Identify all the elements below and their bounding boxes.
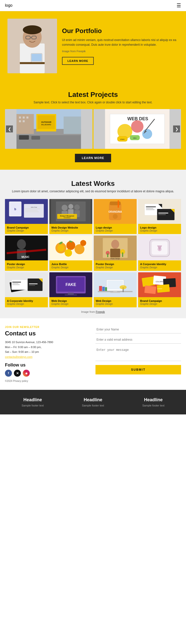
work-title-11: Web Design	[96, 299, 135, 302]
svg-text:Poster Design: Poster Design	[111, 258, 120, 260]
work-card-img-8	[138, 236, 181, 260]
work-card-9[interactable]: A Corporate Identity Graphic Design	[5, 272, 48, 307]
instagram-icon[interactable]: ◉	[23, 370, 30, 377]
carousel-left-arrow[interactable]: ❮	[6, 126, 13, 132]
twitter-icon[interactable]: ✕	[14, 370, 21, 377]
work-card-4[interactable]: Logo design Graphic Design	[138, 199, 181, 234]
svg-rect-95	[107, 254, 108, 257]
work-title-9: A Corporate Identity	[7, 299, 46, 302]
work-title-3: Logo design	[96, 226, 135, 229]
work-title-2: Web Design Website	[51, 226, 90, 229]
svg-rect-130	[142, 276, 155, 287]
menu-icon[interactable]: ☰	[177, 2, 181, 8]
hero-content: Our Portfolio Ut enim ad minim veniam, q…	[62, 27, 179, 65]
facebook-icon[interactable]: f	[5, 370, 12, 377]
svg-point-51	[68, 204, 73, 209]
work-card-img-10: FAKE	[49, 272, 92, 297]
work-card-5[interactable]: MUSIC Poster design Graphic Design	[5, 236, 48, 270]
work-card-12[interactable]: COLORS! CORSI! Brand Campaign Graphic De…	[138, 272, 181, 307]
projects-carousel: ❮ OUTDOOR BILLBOARD	[5, 109, 181, 149]
footer-headline-1: Headline	[5, 397, 60, 402]
work-card-8[interactable]: A Corporate Identity Graphic Design	[138, 236, 181, 270]
contact-email[interactable]: contacts@esbnyc.com	[5, 355, 32, 358]
svg-text:CORSI!: CORSI!	[157, 288, 162, 290]
svg-rect-74	[159, 214, 166, 215]
latest-projects-section: Latest Projects Sample text. Click to se…	[0, 81, 186, 170]
svg-text:WEB DES: WEB DES	[128, 116, 148, 121]
svg-rect-21	[19, 116, 21, 118]
svg-point-49	[62, 205, 68, 211]
svg-text:idea: idea	[133, 137, 136, 139]
work-cat-7: Graphic Design	[96, 266, 135, 269]
work-cat-10: Graphic Design	[51, 302, 90, 305]
svg-point-101	[158, 247, 162, 251]
svg-text:FAKE: FAKE	[65, 282, 76, 287]
svg-rect-45	[25, 210, 38, 211]
footer-col-1: Headline Sample footer text	[5, 397, 60, 407]
hero-description: Ut enim ad minim veniam, quis nostrud ex…	[62, 38, 179, 47]
work-title-10: Web Design	[51, 299, 90, 302]
svg-rect-111	[29, 285, 35, 286]
svg-point-125	[120, 285, 127, 289]
work-cat-8: Graphic Design	[140, 266, 179, 269]
contact-info: JOIN OUR NEWSLETTER Contact us 3045 10 S…	[5, 326, 91, 382]
svg-text:BILLBOARD: BILLBOARD	[41, 124, 51, 126]
svg-rect-7	[20, 62, 45, 64]
work-cat-5: Graphic Design	[7, 266, 46, 269]
newsletter-label: JOIN OUR NEWSLETTER	[5, 326, 91, 328]
svg-rect-44	[25, 208, 40, 209]
submit-button[interactable]: SUBMIT	[95, 365, 181, 374]
work-card-img-6	[49, 236, 92, 260]
work-card-10[interactable]: FAKE Web Design Graphic Design	[49, 272, 92, 307]
work-card-1[interactable]: b John Doe Brand Campaign Graphic Design	[5, 199, 48, 234]
work-title-7: Poster Design	[96, 262, 135, 266]
name-input[interactable]	[95, 326, 181, 334]
work-cat-11: Graphic Design	[96, 302, 135, 305]
svg-rect-73	[159, 213, 168, 214]
work-card-2[interactable]: Strategy & Management Consultancy Web De…	[49, 199, 92, 234]
svg-rect-126	[99, 286, 102, 291]
svg-rect-22	[23, 116, 25, 118]
footer-text-2: Sample footer text	[65, 404, 121, 407]
work-cat-2: Graphic Design	[51, 229, 90, 232]
works-grid: b John Doe Brand Campaign Graphic Design	[5, 199, 181, 307]
projects-subtitle: Sample text. Click to select the text bo…	[5, 100, 181, 104]
svg-rect-133	[144, 285, 156, 294]
works-image-credit: Image from Freepik	[5, 310, 181, 313]
social-icons: f ✕ ◉	[5, 370, 91, 377]
work-card-3[interactable]: ORANGINA Logo design Graphic Design	[94, 199, 137, 234]
work-card-img-2: Strategy & Management Consultancy	[49, 199, 92, 224]
svg-point-86	[80, 240, 86, 246]
freepik-link[interactable]: Freepik	[96, 310, 105, 313]
work-card-img-11	[94, 272, 137, 297]
project-image-2: WEB DES share idea	[93, 109, 181, 149]
work-title-6: Juice Bottle	[51, 262, 90, 266]
address-line3: Sat – Sun: 9:00 am – 10 pm	[5, 350, 91, 354]
footer-headline-3: Headline	[126, 397, 181, 402]
contact-title: Contact us	[5, 330, 91, 337]
work-card-6[interactable]: Juice Bottle Graphic Design	[49, 236, 92, 270]
email-input[interactable]	[95, 336, 181, 344]
address-line2: Mon – Fri: 9:00 am – 8:00 pm,	[5, 345, 91, 350]
hero-learn-more-button[interactable]: LEARN MORE	[62, 57, 94, 65]
header: logo ☰	[0, 0, 186, 11]
footer-col-3: Headline Sample footer text	[126, 397, 181, 407]
copyright: ©2024 Privacy policy	[5, 380, 91, 382]
footer: Headline Sample footer text Headline Sam…	[0, 390, 186, 414]
work-card-img-3: ORANGINA	[94, 199, 137, 224]
contact-form: SUBMIT	[95, 326, 181, 374]
hero-person-svg	[7, 19, 57, 73]
work-cat-12: Graphic Design	[140, 302, 179, 305]
svg-text:John Doe: John Doe	[31, 206, 37, 208]
carousel-right-arrow[interactable]: ❯	[173, 126, 180, 132]
work-card-img-9	[5, 272, 48, 297]
svg-point-83	[66, 241, 75, 250]
message-textarea[interactable]	[95, 346, 181, 361]
work-card-7[interactable]: Poster Design Poster Design Graphic Desi…	[94, 236, 137, 270]
works-title: Latest Works	[5, 180, 181, 188]
work-card-11[interactable]: Web Design Graphic Design	[94, 272, 137, 307]
svg-rect-123	[110, 292, 120, 293]
svg-rect-69	[146, 208, 154, 209]
projects-learn-more-button[interactable]: LEARN MORE	[75, 154, 111, 162]
svg-rect-24	[19, 120, 21, 122]
